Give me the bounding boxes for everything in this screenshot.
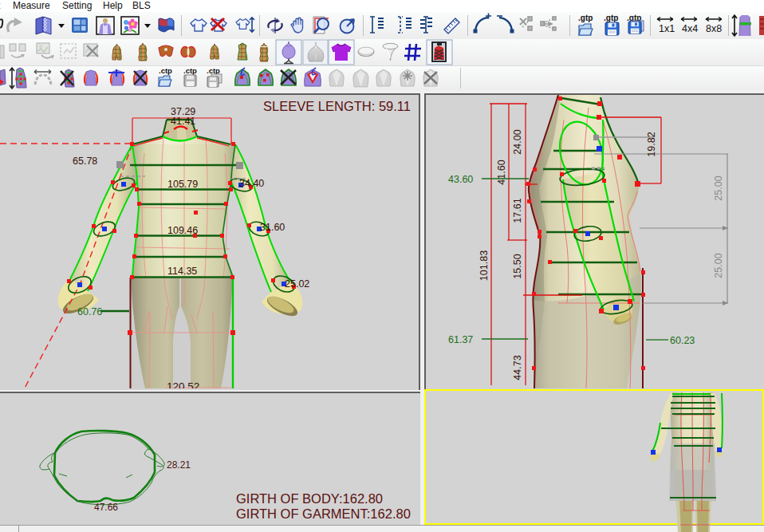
svg-text:105.79: 105.79 [167, 179, 198, 190]
svg-text:28.21: 28.21 [167, 459, 191, 471]
svg-text:1x1: 1x1 [659, 23, 675, 34]
svg-text:.gtp: .gtp [604, 14, 618, 22]
svg-text:61.37: 61.37 [448, 334, 473, 345]
svg-text:.ctp: .ctp [207, 66, 220, 75]
svg-text:19.82: 19.82 [646, 132, 657, 156]
svg-text:24.00: 24.00 [512, 129, 523, 154]
svg-text:60.23: 60.23 [670, 335, 695, 346]
svg-text:25.00: 25.00 [713, 175, 724, 200]
svg-text:109.46: 109.46 [167, 225, 198, 236]
svg-text:65.78: 65.78 [73, 156, 97, 167]
svg-text:4x4: 4x4 [682, 23, 698, 34]
svg-text:47.66: 47.66 [94, 502, 118, 513]
svg-text:.ctp: .ctp [159, 66, 172, 75]
svg-text:60.76: 60.76 [77, 306, 102, 317]
svg-text:120.52: 120.52 [167, 380, 199, 388]
svg-text:43.60: 43.60 [448, 174, 473, 185]
svg-text:.ctp: .ctp [183, 66, 197, 75]
svg-text:114.35: 114.35 [167, 266, 197, 277]
svg-text:101.83: 101.83 [478, 250, 490, 281]
svg-text:41.60: 41.60 [496, 160, 507, 184]
svg-text:15.50: 15.50 [512, 254, 523, 278]
svg-text:25.02: 25.02 [285, 278, 309, 290]
svg-text:SLEEVE LENGTH: 59.11: SLEEVE LENGTH: 59.11 [263, 99, 411, 113]
svg-text:44.73: 44.73 [512, 355, 523, 380]
svg-text:41.41: 41.41 [171, 116, 195, 127]
svg-text:17.61: 17.61 [512, 198, 523, 223]
svg-text:8x8: 8x8 [706, 23, 722, 34]
svg-text:GIRTH OF BODY:162.80: GIRTH OF BODY:162.80 [236, 491, 383, 506]
svg-text:25.00: 25.00 [713, 253, 724, 278]
svg-text:34.40: 34.40 [239, 178, 264, 189]
svg-text:GIRTH OF GARMENT:162.80: GIRTH OF GARMENT:162.80 [236, 506, 411, 521]
svg-text:.gtp: .gtp [578, 14, 593, 22]
svg-text:31.60: 31.60 [260, 222, 285, 233]
